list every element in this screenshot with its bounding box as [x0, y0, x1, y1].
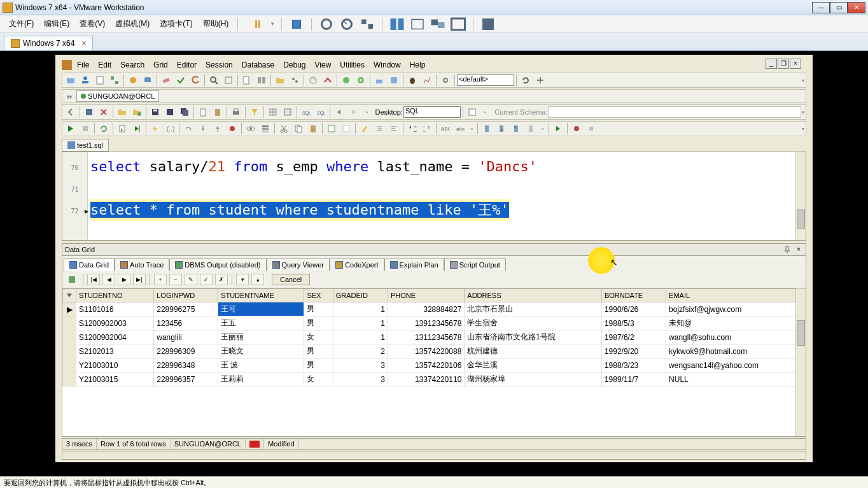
chevron4-icon[interactable]: »: [541, 126, 543, 132]
toolbar2-chevron-icon[interactable]: ▾: [802, 110, 804, 115]
cell[interactable]: 北京市石景山: [465, 302, 602, 316]
row-marker[interactable]: ▶: [63, 302, 76, 316]
connection-tab[interactable]: SUNGUOAN@ORCL: [76, 90, 159, 102]
cell[interactable]: Y21003010: [76, 358, 154, 372]
indent-icon[interactable]: [372, 122, 386, 135]
bookmark-clear-icon[interactable]: [524, 122, 538, 135]
undo-icon[interactable]: [405, 122, 419, 135]
cell[interactable]: kykwok9@hotmail.com: [666, 344, 806, 358]
grid-vscroll[interactable]: [795, 288, 806, 436]
datagrid-close-icon[interactable]: ×: [794, 245, 803, 254]
send-cad-button[interactable]: [288, 16, 305, 32]
code-line-70[interactable]: select salary/21 from s_emp where last_n…: [90, 156, 793, 178]
parens-icon[interactable]: (..): [163, 122, 177, 135]
trace-icon[interactable]: [420, 74, 434, 87]
table-row[interactable]: S1200902004wanglili王丽丽女113112345678山东省济南…: [63, 330, 806, 344]
chevron2-icon[interactable]: »: [484, 110, 486, 115]
print-icon[interactable]: [229, 106, 243, 118]
nav-back-icon[interactable]: [332, 106, 346, 118]
step-out-icon[interactable]: [211, 122, 225, 135]
stop-exec-icon[interactable]: [78, 122, 92, 135]
toolbar3-chevron-icon[interactable]: ▾: [802, 126, 804, 132]
cell[interactable]: S2102013: [76, 344, 154, 358]
col-gradeid[interactable]: GRADEID: [333, 289, 388, 302]
row-marker[interactable]: [63, 316, 76, 330]
clipboard-icon[interactable]: [196, 106, 210, 118]
delete-record-button[interactable]: −: [169, 274, 182, 285]
menu-vm[interactable]: 虚拟机(M): [111, 17, 153, 31]
toad-menu-view[interactable]: View: [311, 59, 335, 71]
stop-rec-icon[interactable]: [584, 122, 598, 135]
save-as-icon[interactable]: [163, 106, 177, 118]
col-loginpwd[interactable]: LOGINPWD: [154, 289, 218, 302]
tab-codexpert[interactable]: CodeXpert: [330, 259, 384, 271]
tab-dbmsoutput[interactable]: DBMS Output (disabled): [169, 259, 266, 271]
row-marker[interactable]: [63, 330, 76, 344]
open-recent-icon[interactable]: [130, 106, 144, 118]
cell[interactable]: S1101016: [76, 302, 154, 316]
next-record-button[interactable]: ▶: [118, 274, 130, 285]
toad-menu-editor[interactable]: Editor: [173, 59, 200, 71]
cell[interactable]: 1988/5/3: [601, 316, 666, 330]
toad-menu-file[interactable]: File: [73, 59, 93, 71]
export-icon[interactable]: [65, 273, 79, 286]
cut-icon[interactable]: [277, 122, 291, 135]
cell[interactable]: 228996357: [154, 372, 218, 386]
snapshot-button[interactable]: [318, 16, 335, 32]
tuning-icon[interactable]: [321, 74, 335, 87]
save-disk-icon[interactable]: [148, 106, 162, 118]
first-record-button[interactable]: |◀: [87, 274, 100, 285]
cell[interactable]: 王莉莉: [218, 372, 304, 386]
desktop-sql-combo[interactable]: SQL: [403, 106, 461, 118]
table-row[interactable]: Y21003010228996348王 波男313574220106金华兰溪19…: [63, 358, 806, 372]
bookmark-prev-icon[interactable]: [509, 122, 523, 135]
close-button[interactable]: ✕: [848, 2, 865, 13]
sort-record-button[interactable]: ▴: [251, 274, 264, 285]
cell[interactable]: 3: [333, 372, 388, 386]
cell[interactable]: 男: [304, 302, 333, 316]
row-header-corner[interactable]: [63, 289, 76, 302]
col-sex[interactable]: SEX: [304, 289, 333, 302]
compare-icon[interactable]: [255, 74, 269, 87]
cell[interactable]: 女: [304, 372, 333, 386]
project-icon[interactable]: [273, 74, 287, 87]
cell[interactable]: 228996275: [154, 302, 218, 316]
last-record-button[interactable]: ▶|: [133, 274, 146, 285]
break-icon[interactable]: [148, 122, 162, 135]
cell[interactable]: 王丽丽: [218, 330, 304, 344]
chevron-icon[interactable]: »: [365, 110, 368, 115]
clipboard-paste-icon[interactable]: [211, 106, 225, 118]
options-icon[interactable]: [438, 74, 452, 87]
toad-menu-utilities[interactable]: Utilities: [336, 59, 368, 71]
continue-icon[interactable]: [551, 122, 565, 135]
chevron3-icon[interactable]: »: [470, 126, 473, 132]
grid-detail-icon[interactable]: [281, 106, 295, 118]
session-browser-icon[interactable]: [126, 74, 140, 87]
toad-menu-window[interactable]: Window: [370, 59, 405, 71]
new-schema-icon[interactable]: [533, 74, 547, 87]
format-icon[interactable]: [358, 122, 372, 135]
toad-menu-database[interactable]: Database: [238, 59, 278, 71]
new-connection-icon[interactable]: [64, 74, 78, 87]
editor-icon[interactable]: [93, 74, 107, 87]
table-row[interactable]: S1200902003123456王五男113912345678学生宿舍1988…: [63, 316, 806, 330]
cell[interactable]: 男: [304, 316, 333, 330]
cell[interactable]: 228996348: [154, 358, 218, 372]
nav-fwd-icon[interactable]: [347, 106, 361, 118]
tab-datagrid[interactable]: Data Grid: [64, 259, 115, 271]
unity-button[interactable]: [389, 16, 405, 32]
schema-browser-icon[interactable]: [78, 74, 92, 87]
toolbar-chevron-icon[interactable]: ▾: [802, 78, 804, 83]
post-record-button[interactable]: ✓: [200, 274, 213, 285]
cell[interactable]: 1990/6/26: [601, 302, 666, 316]
cell[interactable]: 1992/9/20: [601, 344, 666, 358]
script-sql2-icon[interactable]: SQL: [314, 106, 328, 118]
tab-scriptoutput[interactable]: Script Output: [444, 259, 506, 271]
refresh-schema-icon[interactable]: [519, 74, 533, 87]
table-row[interactable]: Y21003015228996357王莉莉女313374220110湖州杨家埠1…: [63, 372, 806, 386]
fullscreen-button[interactable]: [450, 16, 466, 32]
cell[interactable]: 金华兰溪: [465, 358, 602, 372]
prev-record-button[interactable]: ◀: [102, 274, 115, 285]
col-studentno[interactable]: STUDENTNO: [76, 289, 154, 302]
cell[interactable]: bojzfsixf@qjwgw.com: [666, 302, 806, 316]
